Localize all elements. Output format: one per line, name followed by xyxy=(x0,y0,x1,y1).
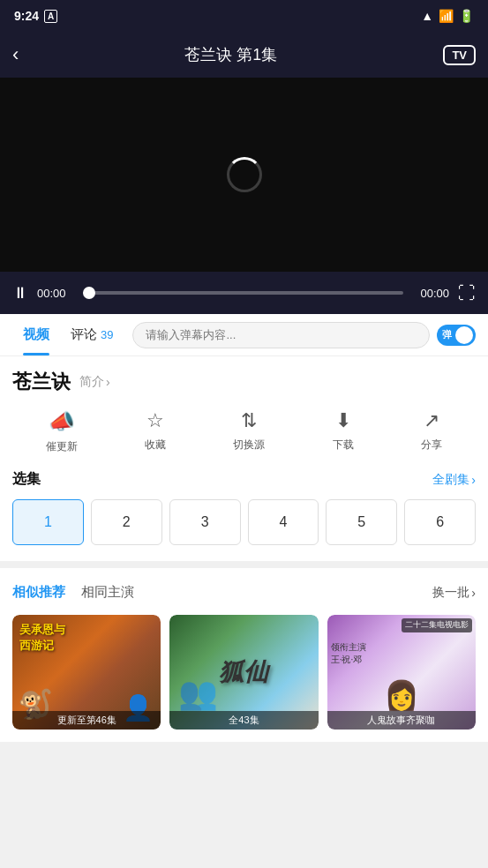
action-urge-update[interactable]: 📣 催更新 xyxy=(46,409,78,454)
movie-thumb-1: 🐒 👤 更新至第46集 xyxy=(12,615,161,730)
switch-source-label: 切换源 xyxy=(233,438,265,453)
movie-thumb-3: 二十二集电视电影 👩 领衔主演 王·祝·邓 人鬼故事齐聚咖 xyxy=(327,615,476,730)
download-label: 下载 xyxy=(333,438,354,453)
episode-item-5[interactable]: 5 xyxy=(326,499,397,545)
danmu-label: 弹 xyxy=(442,328,452,341)
action-switch-source[interactable]: ⇅ 切换源 xyxy=(233,409,265,454)
movie-card-1[interactable]: 🐒 👤 更新至第46集 xyxy=(12,615,161,730)
switch-source-icon: ⇅ xyxy=(241,409,257,432)
movie-card-2[interactable]: 狐仙 👥 全43集 xyxy=(169,615,318,730)
current-time: 00:00 xyxy=(37,287,74,300)
share-label: 分享 xyxy=(421,438,442,453)
episode-item-6[interactable]: 6 xyxy=(404,499,476,545)
episode-item-2[interactable]: 2 xyxy=(91,499,162,545)
episode-item-1[interactable]: 1 xyxy=(12,499,84,545)
main-content: 苍兰诀 简介 › 📣 催更新 ☆ 收藏 ⇅ 切换源 ⬇ 下载 ↗ 分享 选集 xyxy=(0,356,488,742)
episode-item-4[interactable]: 4 xyxy=(248,499,319,545)
download-icon: ⬇ xyxy=(335,409,351,432)
urge-label: 催更新 xyxy=(46,439,78,454)
urge-icon: 📣 xyxy=(49,409,75,434)
all-episodes-button[interactable]: 全剧集 › xyxy=(432,472,476,488)
intro-button[interactable]: 简介 › xyxy=(79,374,110,390)
similar-tab-cast[interactable]: 相同主演 xyxy=(81,580,141,604)
progress-bar[interactable] xyxy=(83,291,403,295)
refresh-button[interactable]: 换一批 › xyxy=(432,585,476,601)
fullscreen-button[interactable]: ⛶ xyxy=(458,283,476,303)
network-icon: A xyxy=(44,10,57,23)
favorite-label: 收藏 xyxy=(145,438,166,453)
episode-section-header: 选集 全剧集 › xyxy=(12,470,476,489)
movie-grid: 🐒 👤 更新至第46集 狐仙 👥 全43集 二十二集电视电影 xyxy=(12,615,476,730)
favorite-icon: ☆ xyxy=(146,409,164,432)
action-download[interactable]: ⬇ 下载 xyxy=(333,409,354,454)
episode-section-title: 选集 xyxy=(12,470,41,489)
movie-badge-3: 人鬼故事齐聚咖 xyxy=(327,711,476,730)
similar-tabs: 相似推荐 相同主演 换一批 › xyxy=(12,580,476,604)
movie-card-3[interactable]: 二十二集电视电影 👩 领衔主演 王·祝·邓 人鬼故事齐聚咖 xyxy=(327,615,476,730)
nav-bar: ‹ 苍兰诀 第1集 TV xyxy=(0,32,488,78)
progress-dot[interactable] xyxy=(83,287,95,299)
comment-badge: 39 xyxy=(101,328,113,341)
share-icon: ↗ xyxy=(424,409,439,432)
tab-video[interactable]: 视频 xyxy=(12,314,60,355)
danmu-knob xyxy=(455,326,473,344)
actions-row: 📣 催更新 ☆ 收藏 ⇅ 切换源 ⬇ 下载 ↗ 分享 xyxy=(12,409,476,454)
similar-tab-recommend[interactable]: 相似推荐 xyxy=(12,580,72,604)
episode-grid: 1 2 3 4 5 6 xyxy=(12,499,476,545)
movie-badge-2: 全43集 xyxy=(169,711,318,730)
status-time: 9:24 xyxy=(14,9,39,23)
status-bar: 9:24 A ▲ 📶 🔋 xyxy=(0,0,488,32)
video-controls: ⏸ 00:00 00:00 ⛶ xyxy=(0,272,488,314)
danmu-input[interactable] xyxy=(132,322,430,348)
tab-comments[interactable]: 评论 39 xyxy=(60,314,124,355)
movie-badge-1: 更新至第46集 xyxy=(12,711,161,730)
action-favorite[interactable]: ☆ 收藏 xyxy=(145,409,166,454)
status-left: 9:24 A xyxy=(14,9,57,23)
loading-spinner xyxy=(227,157,262,192)
show-title: 苍兰诀 xyxy=(12,369,71,395)
tabs-row: 视频 评论 39 弹 xyxy=(0,314,488,356)
wifi-icon: ▲ xyxy=(421,9,433,23)
show-title-row: 苍兰诀 简介 › xyxy=(12,369,476,395)
total-time: 00:00 xyxy=(412,287,449,300)
back-button[interactable]: ‹ xyxy=(12,43,19,66)
episode-item-3[interactable]: 3 xyxy=(169,499,241,545)
status-right: ▲ 📶 🔋 xyxy=(421,9,474,23)
movie-3-top-badge: 二十二集电视电影 xyxy=(402,618,472,632)
battery-icon: 🔋 xyxy=(459,9,474,23)
video-player[interactable] xyxy=(0,78,488,272)
action-share[interactable]: ↗ 分享 xyxy=(421,409,442,454)
signal-icon: 📶 xyxy=(439,9,454,23)
danmu-toggle[interactable]: 弹 xyxy=(437,325,476,346)
nav-title: 苍兰诀 第1集 xyxy=(184,44,277,65)
movie-thumb-2: 狐仙 👥 全43集 xyxy=(169,615,318,730)
section-divider xyxy=(0,561,488,568)
play-pause-button[interactable]: ⏸ xyxy=(12,284,28,303)
movie-2-title-overlay: 狐仙 xyxy=(219,655,268,689)
tv-button[interactable]: TV xyxy=(443,45,476,65)
